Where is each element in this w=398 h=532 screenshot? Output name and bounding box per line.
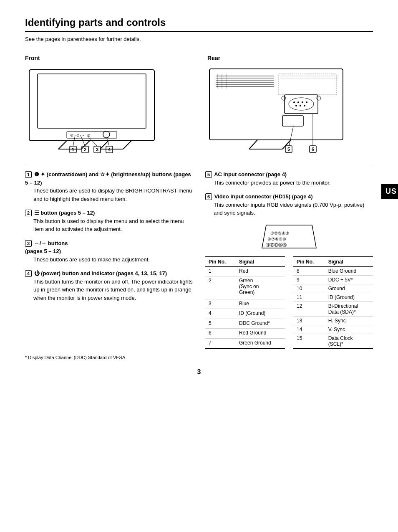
item3-number: 3 — [25, 240, 32, 247]
svg-point-29 — [289, 98, 314, 110]
desc-item-5-title: 5 AC input connector (page 4) — [205, 170, 373, 179]
svg-rect-26 — [209, 69, 343, 140]
pin-signal: Red Ground — [236, 329, 285, 339]
svg-text:3: 3 — [96, 147, 98, 152]
footnote: * Display Data Channel (DDC) Standard of… — [25, 355, 373, 360]
rear-diagram-svg: 5 6 — [207, 66, 349, 153]
pin-signal: DDC Ground* — [236, 319, 285, 329]
table-row: 2Green (Sync on Green) — [205, 276, 285, 299]
pin-number: 8 — [293, 266, 325, 275]
svg-text:5: 5 — [287, 147, 290, 152]
svg-line-58 — [289, 127, 293, 146]
svg-text:4: 4 — [108, 147, 111, 152]
table-row: 7Green Ground — [205, 338, 285, 348]
table-row: 10Ground — [293, 284, 373, 293]
pin-signal: Blue Ground — [325, 266, 373, 275]
table-row: 1Red — [205, 266, 285, 276]
svg-text:2: 2 — [84, 147, 86, 152]
section-divider — [25, 166, 373, 166]
desc-item-3-body: These buttons are used to make the adjus… — [33, 256, 193, 264]
pin-number: 3 — [205, 299, 236, 309]
desc-item-4-body: This button turns the monitor on and off… — [33, 278, 193, 302]
svg-text:6: 6 — [312, 147, 314, 152]
pin-signal: ID (Ground) — [325, 293, 373, 301]
pin-signal: V. Sync — [325, 325, 373, 334]
table-row: 3Blue — [205, 299, 285, 309]
desc-item-5-body: This connector provides ac power to the … — [214, 179, 373, 187]
pin-number: 9 — [293, 275, 325, 284]
table-row: 15Data Clock (SCL)* — [293, 334, 373, 349]
left-descriptions: 1 ❶ ✦ (contrast/down) and ☆✦ (brightness… — [25, 170, 193, 349]
svg-point-33 — [306, 101, 307, 103]
svg-line-12 — [123, 141, 131, 149]
pin-col-header-left-2: Signal — [236, 257, 285, 267]
svg-point-32 — [302, 101, 303, 103]
svg-point-38 — [282, 96, 286, 100]
table-row: 4ID (Ground) — [205, 309, 285, 319]
svg-text:⊙: ⊙ — [87, 133, 91, 137]
pin-number: 1 — [205, 266, 236, 276]
pin-signal: DDC + 5V* — [325, 275, 373, 284]
pin-number: 7 — [205, 338, 236, 348]
pin-col-header-left-1: Pin No. — [205, 257, 236, 267]
svg-line-8 — [58, 141, 67, 149]
front-diagram-svg: ⊙ ⊙ - ⊙ 1 — [25, 66, 159, 153]
pin-tables: Pin No. Signal 1Red2Green (Sync on Green… — [205, 256, 373, 349]
us-badge: US — [381, 184, 398, 199]
pin-number: 10 — [293, 284, 325, 293]
page: US Identifying parts and controls See th… — [0, 0, 398, 393]
front-diagram-area: ⊙ ⊙ - ⊙ 1 — [25, 66, 191, 153]
svg-point-31 — [297, 101, 299, 103]
pin-number: 13 — [293, 316, 325, 325]
rear-section: Rear — [207, 55, 373, 162]
svg-text:⑪⑫⑬⑭⑮: ⑪⑫⑬⑭⑮ — [266, 243, 287, 247]
rear-diagram-area: 5 6 — [207, 66, 373, 153]
desc-item-1-title: 1 ❶ ✦ (contrast/down) and ☆✦ (brightness… — [25, 170, 193, 187]
svg-point-35 — [300, 105, 301, 106]
table-row: 14V. Sync — [293, 325, 373, 334]
pin-number: 4 — [205, 309, 236, 319]
pin-number: 15 — [293, 334, 325, 349]
desc-item-6: 6 Video input connector (HD15) (page 4) … — [205, 193, 373, 217]
subtitle: See the pages in parentheses for further… — [25, 36, 373, 42]
desc-item-1: 1 ❶ ✦ (contrast/down) and ☆✦ (brightness… — [25, 170, 193, 203]
item2-number: 2 — [25, 210, 32, 216]
pin-signal: Bi-Directional Data (SDA)* — [325, 301, 373, 316]
svg-text:1: 1 — [72, 147, 74, 152]
front-section: Front ⊙ ⊙ - ⊙ — [25, 55, 191, 162]
svg-rect-27 — [278, 74, 337, 95]
svg-rect-37 — [282, 116, 303, 126]
table-row: 8Blue Ground — [293, 266, 373, 275]
item5-number: 5 — [205, 171, 212, 178]
pin-number: 5 — [205, 319, 236, 329]
pin-connector-diagram: ①②③④⑤ ⑥⑦⑧⑨⑩ ⑪⑫⑬⑭⑮ — [205, 223, 373, 252]
rear-label: Rear — [207, 55, 373, 61]
table-row: 13H. Sync — [293, 316, 373, 325]
desc-item-4: 4 ⏻ (power) button and indicator (pages … — [25, 269, 193, 302]
desc-item-6-body: This connector inputs RGB video signals … — [214, 201, 373, 217]
pin-signal: H. Sync — [325, 316, 373, 325]
desc-item-3-title: 3 ←/→ buttons(pages 5 – 12) — [25, 239, 193, 256]
item1-number: 1 — [25, 171, 32, 178]
pin-table-divider — [285, 256, 293, 349]
svg-point-7 — [103, 131, 110, 138]
desc-item-2-body: This button is used to display the menu … — [33, 217, 193, 233]
pin-table-right: Pin No. Signal 8Blue Ground9DDC + 5V*10G… — [293, 256, 373, 349]
svg-point-36 — [304, 105, 305, 106]
pin-signal: Green (Sync on Green) — [236, 276, 285, 299]
svg-text:⑥⑦⑧⑨⑩: ⑥⑦⑧⑨⑩ — [267, 237, 286, 241]
pin-col-header-right-2: Signal — [325, 257, 373, 267]
desc-item-5: 5 AC input connector (page 4) This conne… — [205, 170, 373, 187]
svg-rect-1 — [38, 74, 146, 128]
desc-item-4-title: 4 ⏻ (power) button and indicator (pages … — [25, 269, 193, 278]
pin-signal: Data Clock (SCL)* — [325, 334, 373, 349]
svg-text:⊙: ⊙ — [70, 133, 73, 137]
pin-number: 6 — [205, 329, 236, 339]
desc-item-1-body: These buttons are used to display the BR… — [33, 187, 193, 203]
pin-signal: ID (Ground) — [236, 309, 285, 319]
table-row: 6Red Ground — [205, 329, 285, 339]
item4-number: 4 — [25, 270, 32, 277]
table-row: 9DDC + 5V* — [293, 275, 373, 284]
svg-text:①②③④⑤: ①②③④⑤ — [270, 231, 289, 236]
right-descriptions: 5 AC input connector (page 4) This conne… — [205, 170, 373, 349]
